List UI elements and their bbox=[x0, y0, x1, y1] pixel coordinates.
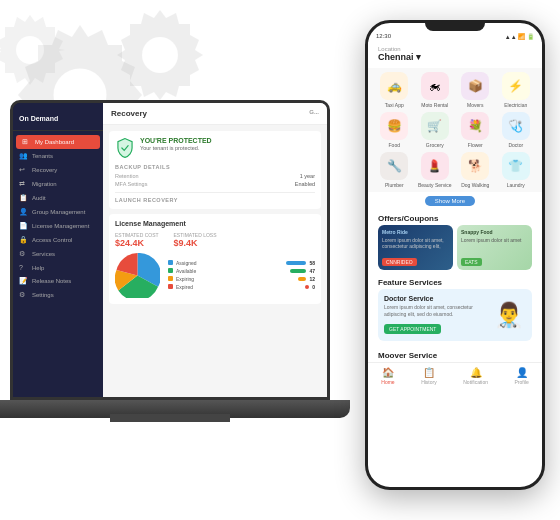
app-taxi[interactable]: 🚕 Taxi App bbox=[376, 72, 413, 108]
recovery-icon: ↩ bbox=[19, 166, 29, 174]
protected-heading: YOU'RE PROTECTED bbox=[140, 137, 212, 145]
app-laundry[interactable]: 👕 Laundry bbox=[498, 152, 535, 188]
main-header: Recovery G... bbox=[103, 103, 327, 125]
main-content: Recovery G... YOU'RE PROTECTED Your t bbox=[103, 103, 327, 397]
doctor-service-card[interactable]: Doctor Service Lorem ipsum dolor sit ame… bbox=[378, 289, 532, 341]
app-grid: 🚕 Taxi App 🏍 Moto Rental 📦 Movers ⚡ Elec… bbox=[368, 68, 542, 192]
location-name: Chennai ▾ bbox=[378, 52, 532, 62]
dog-icon: 🐕 bbox=[461, 152, 489, 180]
shield-icon bbox=[115, 137, 135, 159]
offer-card-metro[interactable]: Metro Ride Lorem ipsum dolor sit amet, c… bbox=[378, 225, 453, 270]
license-pie-chart bbox=[115, 253, 160, 298]
release-icon: 📝 bbox=[19, 277, 29, 285]
phone-notch bbox=[425, 23, 485, 31]
app-doctor[interactable]: 🩺 Doctor bbox=[498, 112, 535, 148]
bottom-nav-history[interactable]: 📋 History bbox=[421, 367, 437, 385]
launch-recovery-link[interactable]: LAUNCH RECOVERY bbox=[115, 192, 315, 203]
sidebar-item-recovery[interactable]: ↩ Recovery bbox=[13, 163, 103, 177]
phone-header: Location Chennai ▾ bbox=[368, 42, 542, 68]
main-body: YOU'RE PROTECTED Your tenant is protecte… bbox=[103, 125, 327, 397]
backup-row-retention: Retention 1 year bbox=[115, 173, 315, 179]
laptop-stand bbox=[110, 414, 230, 422]
phone-mockup: 12:30 ▲▲ 📶 🔋 Location Chennai ▾ 🚕 Taxi A… bbox=[365, 20, 545, 490]
beauty-icon: 💄 bbox=[421, 152, 449, 180]
laptop-mockup: On Demand ⊞ My Dashboard 👥 Tenants ↩ Rec… bbox=[10, 100, 350, 460]
bottom-nav-home[interactable]: 🏠 Home bbox=[381, 367, 394, 385]
notification-icon: 🔔 bbox=[470, 367, 482, 378]
app-movers[interactable]: 📦 Movers bbox=[457, 72, 494, 108]
app-dog[interactable]: 🐕 Dog Walking bbox=[457, 152, 494, 188]
sidebar-item-access[interactable]: 🔒 Access Control bbox=[13, 233, 103, 247]
legend-expiring: Expiring 12 bbox=[168, 276, 315, 282]
get-appointment-button[interactable]: GET APPOINTMENT bbox=[384, 324, 441, 334]
protected-badge: YOU'RE PROTECTED Your tenant is protecte… bbox=[115, 137, 315, 159]
app-plumber[interactable]: 🔧 Plumber bbox=[376, 152, 413, 188]
sidebar-item-license[interactable]: 📄 License Management bbox=[13, 219, 103, 233]
moto-icon: 🏍 bbox=[421, 72, 449, 100]
grocery-icon: 🛒 bbox=[421, 112, 449, 140]
app-flower[interactable]: 💐 Flower bbox=[457, 112, 494, 148]
sidebar-item-services[interactable]: ⚙ Services bbox=[13, 247, 103, 261]
electrician-icon: ⚡ bbox=[502, 72, 530, 100]
services-icon: ⚙ bbox=[19, 250, 29, 258]
sidebar-item-tenants[interactable]: 👥 Tenants bbox=[13, 149, 103, 163]
status-icons: ▲▲ 📶 🔋 bbox=[505, 33, 534, 40]
expiring-dot bbox=[168, 276, 173, 281]
license-legend: Assigned 58 Available 47 bbox=[168, 260, 315, 292]
bottom-nav-profile[interactable]: 👤 Profile bbox=[515, 367, 529, 385]
legend-expired: Expired 0 bbox=[168, 284, 315, 290]
backup-title: BACKUP DETAILS bbox=[115, 164, 315, 170]
app-food[interactable]: 🍔 Food bbox=[376, 112, 413, 148]
metro-badge: CNNRIDEO bbox=[382, 258, 417, 266]
app-grocery[interactable]: 🛒 Grocery bbox=[417, 112, 454, 148]
sidebar-item-settings[interactable]: ⚙ Settings bbox=[13, 288, 103, 302]
backup-details: BACKUP DETAILS Retention 1 year MFA Sett… bbox=[115, 164, 315, 187]
flower-icon: 💐 bbox=[461, 112, 489, 140]
svg-point-3 bbox=[16, 36, 44, 64]
app-moto[interactable]: 🏍 Moto Rental bbox=[417, 72, 454, 108]
backup-row-mfa: MFA Settings Enabled bbox=[115, 181, 315, 187]
sidebar-item-dashboard[interactable]: ⊞ My Dashboard bbox=[16, 135, 100, 149]
legend-assigned: Assigned 58 bbox=[168, 260, 315, 266]
app-electrician[interactable]: ⚡ Electrician bbox=[498, 72, 535, 108]
offers-row: Metro Ride Lorem ipsum dolor sit amet, c… bbox=[368, 225, 542, 274]
sidebar-item-audit[interactable]: 📋 Audit bbox=[13, 191, 103, 205]
license-costs: ESTIMATED COST $24.4K ESTIMATED LOSS $9.… bbox=[115, 232, 315, 248]
sidebar-item-help[interactable]: ? Help bbox=[13, 261, 103, 274]
food-icon: 🍔 bbox=[380, 112, 408, 140]
license-chart-area: Assigned 58 Available 47 bbox=[115, 253, 315, 298]
sidebar-item-release[interactable]: 📝 Release Notes bbox=[13, 274, 103, 288]
recovery-section: YOU'RE PROTECTED Your tenant is protecte… bbox=[109, 131, 321, 209]
audit-icon: 📋 bbox=[19, 194, 29, 202]
available-dot bbox=[168, 268, 173, 273]
group-icon: 👤 bbox=[19, 208, 29, 216]
offer-card-snappy[interactable]: Snappy Food Lorem ipsum dolor sit amet E… bbox=[457, 225, 532, 270]
estimated-loss: ESTIMATED LOSS $9.4K bbox=[174, 232, 217, 248]
bottom-nav-notification[interactable]: 🔔 Notification bbox=[463, 367, 488, 385]
doctor-illustration: 👨‍⚕️ bbox=[491, 295, 526, 335]
help-icon: ? bbox=[19, 264, 29, 271]
status-time: 12:30 bbox=[376, 33, 391, 40]
sidebar-brand: On Demand bbox=[13, 111, 103, 131]
plumber-icon: 🔧 bbox=[380, 152, 408, 180]
home-icon: 🏠 bbox=[382, 367, 394, 378]
sidebar-item-group[interactable]: 👤 Group Management bbox=[13, 205, 103, 219]
phone-status-bar: 12:30 ▲▲ 📶 🔋 bbox=[368, 31, 542, 42]
legend-available: Available 47 bbox=[168, 268, 315, 274]
settings-icon: ⚙ bbox=[19, 291, 29, 299]
expired-dot bbox=[168, 284, 173, 289]
tenants-icon: 👥 bbox=[19, 152, 29, 160]
estimated-cost: ESTIMATED COST $24.4K bbox=[115, 232, 159, 248]
offers-section-title: Offers/Coupons bbox=[368, 210, 542, 225]
chevron-down-icon: ▾ bbox=[416, 52, 421, 62]
assigned-dot bbox=[168, 260, 173, 265]
app-beauty[interactable]: 💄 Beauty Service bbox=[417, 152, 454, 188]
license-icon: 📄 bbox=[19, 222, 29, 230]
history-icon: 📋 bbox=[423, 367, 435, 378]
sidebar-item-migration[interactable]: ⇄ Migration bbox=[13, 177, 103, 191]
mover-service-title: Moover Service bbox=[368, 347, 542, 362]
phone-bottom-nav: 🏠 Home 📋 History 🔔 Notification 👤 Profil… bbox=[368, 362, 542, 389]
show-more-button[interactable]: Show More bbox=[425, 196, 475, 206]
access-icon: 🔒 bbox=[19, 236, 29, 244]
doctor-icon: 🩺 bbox=[502, 112, 530, 140]
